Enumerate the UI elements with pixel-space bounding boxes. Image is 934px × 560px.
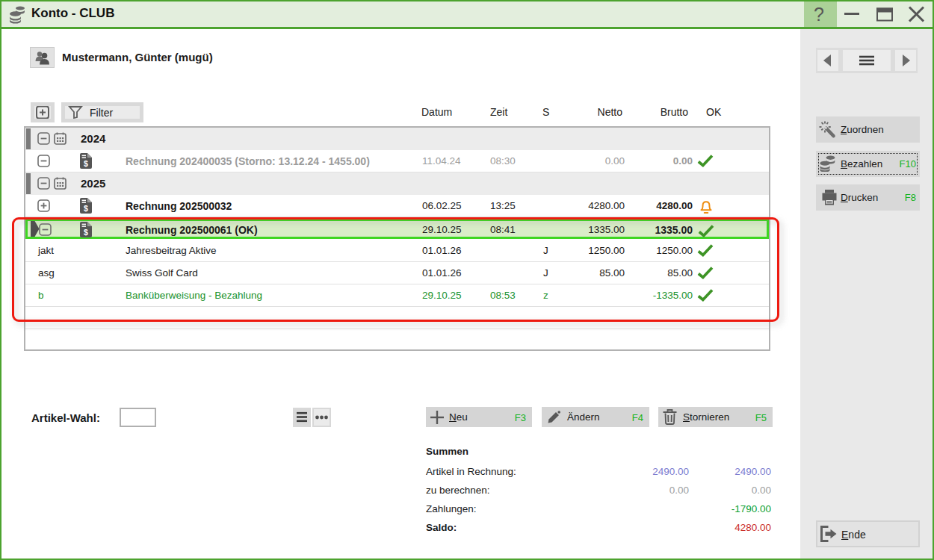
svg-text:$: $ (84, 159, 88, 168)
svg-text:$: $ (84, 204, 88, 213)
